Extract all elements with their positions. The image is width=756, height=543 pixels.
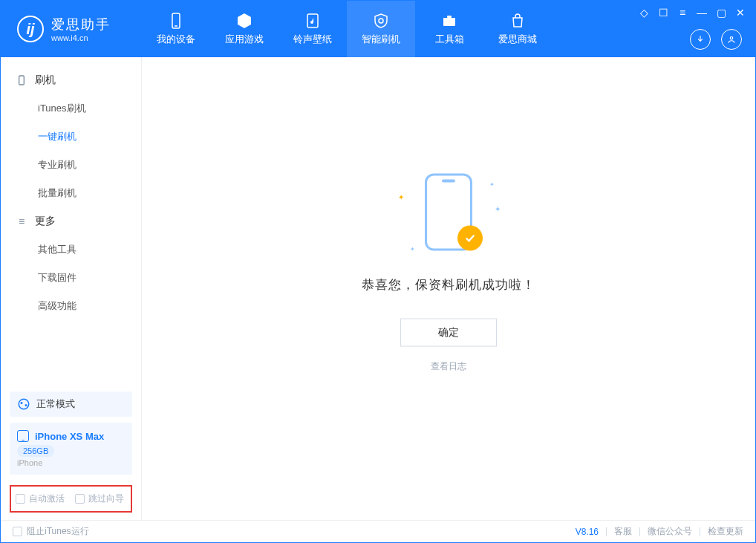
device-block: 正常模式 iPhone XS Max 256GB iPhone: [1, 386, 141, 479]
download-button[interactable]: [690, 29, 711, 50]
sidebar: 刷机 iTunes刷机 一键刷机 专业刷机 批量刷机 ≡ 更多 其他工具 下载固…: [1, 57, 142, 520]
header: ij 爱思助手 www.i4.cn 我的设备 应用游戏 铃声壁纸 智能刷机 工具…: [1, 1, 755, 57]
svg-rect-3: [443, 18, 455, 26]
brand-url: www.i4.cn: [51, 33, 111, 42]
refresh-shield-icon: [372, 12, 390, 30]
group-label: 刷机: [35, 74, 56, 87]
sparkle-icon: ✦: [489, 181, 495, 187]
checkbox-skip-guide[interactable]: 跳过向导: [75, 492, 124, 505]
sidebar-item-other-tools[interactable]: 其他工具: [1, 235, 141, 264]
briefcase-icon: [440, 12, 458, 30]
brand-text: 爱思助手 www.i4.cn: [51, 16, 111, 42]
wechat-link[interactable]: 微信公众号: [648, 525, 692, 538]
tab-label: 爱思商城: [498, 33, 537, 46]
version-label: V8.16: [576, 527, 599, 537]
tab-label: 应用游戏: [225, 33, 264, 46]
checkbox-icon: [16, 494, 25, 504]
sidebar-item-advanced[interactable]: 高级功能: [1, 292, 141, 320]
feedback-icon[interactable]: ☐: [657, 7, 669, 19]
sidebar-item-batch-flash[interactable]: 批量刷机: [1, 179, 141, 207]
separator: [700, 527, 700, 536]
maximize-button[interactable]: ▢: [715, 7, 727, 19]
main-panel: ✦ ✦ ✦ ✦ 恭喜您，保资料刷机成功啦！ 确定 查看日志: [142, 57, 755, 520]
separator: [639, 527, 640, 536]
tab-toolbox[interactable]: 工具箱: [415, 1, 483, 57]
flash-options-highlight: 自动激活 跳过向导: [10, 485, 132, 513]
checkbox-icon: [13, 527, 22, 536]
sidebar-item-download-firmware[interactable]: 下载固件: [1, 264, 141, 292]
sidebar-group-flash[interactable]: 刷机: [1, 66, 141, 94]
svg-rect-6: [19, 76, 25, 85]
window-controls: ◇ ☐ ≡ — ▢ ✕: [638, 7, 746, 19]
sidebar-list: 刷机 iTunes刷机 一键刷机 专业刷机 批量刷机 ≡ 更多 其他工具 下载固…: [1, 57, 141, 386]
check-update-link[interactable]: 检查更新: [708, 525, 743, 538]
tab-ringtones[interactable]: 铃声壁纸: [278, 1, 347, 57]
sidebar-group-more[interactable]: ≡ 更多: [1, 207, 141, 235]
block-itunes-label: 阻止iTunes运行: [27, 525, 89, 538]
option-label: 跳过向导: [88, 492, 124, 505]
skin-icon[interactable]: ◇: [638, 7, 650, 19]
tab-label: 工具箱: [435, 33, 464, 46]
result-panel: ✦ ✦ ✦ ✦ 恭喜您，保资料刷机成功啦！ 确定 查看日志: [362, 173, 535, 372]
sidebar-item-itunes-flash[interactable]: iTunes刷机: [1, 94, 141, 123]
svg-point-9: [25, 404, 27, 406]
logo-area[interactable]: ij 爱思助手 www.i4.cn: [1, 1, 142, 57]
sparkle-icon: ✦: [410, 245, 415, 252]
brand-name: 爱思助手: [51, 16, 111, 33]
list-icon: ≡: [16, 215, 27, 227]
tab-label: 智能刷机: [362, 33, 400, 46]
device-info-row[interactable]: iPhone XS Max 256GB iPhone: [10, 423, 132, 475]
result-message: 恭喜您，保资料刷机成功啦！: [362, 276, 535, 293]
status-bar: 阻止iTunes运行 V8.16 客服 微信公众号 检查更新: [1, 520, 755, 542]
separator: [606, 527, 607, 536]
bag-icon: [509, 12, 527, 30]
device-storage-badge: 256GB: [17, 445, 54, 457]
support-link[interactable]: 客服: [614, 525, 632, 538]
body: 刷机 iTunes刷机 一键刷机 专业刷机 批量刷机 ≡ 更多 其他工具 下载固…: [1, 57, 755, 520]
menu-icon[interactable]: ≡: [677, 7, 688, 19]
tab-apps-games[interactable]: 应用游戏: [210, 1, 278, 57]
sidebar-item-pro-flash[interactable]: 专业刷机: [1, 151, 141, 179]
tab-label: 铃声壁纸: [293, 33, 332, 46]
svg-point-7: [19, 399, 29, 409]
device-mode-row[interactable]: 正常模式: [10, 391, 132, 417]
phone-small-icon: [17, 430, 29, 442]
checkbox-block-itunes[interactable]: 阻止iTunes运行: [13, 525, 89, 538]
mode-icon: [17, 397, 30, 411]
tab-store[interactable]: 爱思商城: [483, 1, 552, 57]
view-log-link[interactable]: 查看日志: [431, 360, 466, 371]
music-file-icon: [304, 12, 322, 30]
svg-rect-4: [447, 16, 452, 18]
device-mode-label: 正常模式: [36, 397, 75, 411]
header-actions: [690, 29, 742, 50]
logo-icon: ij: [17, 16, 44, 42]
tab-smart-flash[interactable]: 智能刷机: [347, 1, 415, 57]
sidebar-item-oneclick-flash[interactable]: 一键刷机: [1, 123, 141, 151]
checkmark-badge-icon: [457, 225, 483, 250]
cube-icon: [235, 12, 253, 30]
checkbox-icon: [75, 494, 85, 504]
tab-my-device[interactable]: 我的设备: [142, 1, 210, 57]
minimize-button[interactable]: —: [696, 7, 708, 19]
account-button[interactable]: [721, 29, 742, 50]
option-label: 自动激活: [29, 492, 65, 505]
sparkle-icon: ✦: [398, 192, 404, 201]
phone-icon: [167, 12, 185, 30]
sparkle-icon: ✦: [495, 204, 501, 212]
svg-point-8: [21, 402, 23, 404]
tab-label: 我的设备: [157, 33, 195, 46]
group-label: 更多: [35, 215, 56, 228]
svg-point-5: [730, 37, 733, 40]
close-button[interactable]: ✕: [734, 7, 746, 19]
checkbox-auto-activate[interactable]: 自动激活: [16, 492, 65, 505]
device-icon: [16, 74, 27, 86]
ok-button[interactable]: 确定: [400, 318, 497, 346]
success-illustration: ✦ ✦ ✦ ✦: [397, 173, 501, 255]
device-name: iPhone XS Max: [35, 431, 104, 442]
device-subtype: iPhone: [17, 458, 125, 467]
